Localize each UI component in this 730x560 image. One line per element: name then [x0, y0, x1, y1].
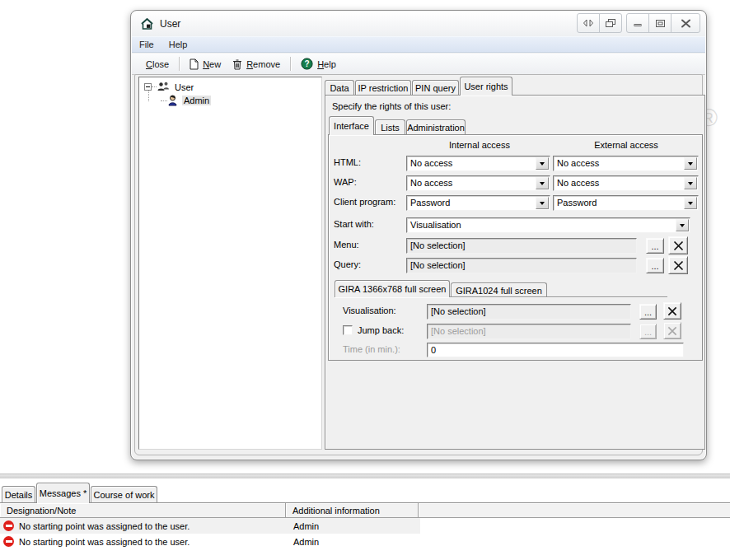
jump-back-clear-button-disabled: [663, 322, 681, 339]
toolbar-separator: [290, 57, 291, 71]
cascade-icon: [605, 18, 616, 28]
menu-selection-field: [No selection]: [406, 238, 637, 254]
tab-ip-restriction[interactable]: IP restriction: [355, 80, 411, 95]
specify-rights-label: Specify the rights of this user:: [332, 101, 451, 111]
message-text: No starting point was assigned to the us…: [19, 537, 420, 547]
query-selection-field: [No selection]: [406, 258, 637, 273]
close-window-button[interactable]: [671, 13, 700, 33]
close-button[interactable]: Close: [140, 57, 175, 72]
menu-clear-button[interactable]: [668, 236, 688, 254]
message-info: Admin: [293, 521, 319, 531]
wap-internal-combobox[interactable]: No access: [406, 175, 550, 191]
html-label: HTML:: [334, 157, 361, 167]
tree-item-label: User: [175, 82, 194, 92]
html-external-combobox[interactable]: No access: [553, 156, 699, 171]
help-button[interactable]: ? Help: [295, 55, 342, 72]
client-internal-combobox[interactable]: Password: [406, 195, 550, 211]
message-row[interactable]: No starting point was assigned to the us…: [0, 534, 420, 549]
remove-button[interactable]: Remove: [227, 56, 286, 72]
maximize-button[interactable]: [648, 13, 672, 33]
client-external-combobox[interactable]: Password: [553, 195, 699, 211]
tab-messages[interactable]: Messages *: [36, 483, 90, 503]
menu-help[interactable]: Help: [161, 38, 195, 51]
jump-back-label[interactable]: Jump back:: [358, 325, 404, 335]
dock-button[interactable]: [577, 13, 600, 33]
x-icon: [667, 326, 677, 336]
tab-data[interactable]: Data: [325, 80, 354, 95]
query-browse-button[interactable]: ...: [646, 258, 664, 273]
tab-pin-query[interactable]: PIN query: [412, 80, 459, 95]
new-button[interactable]: New: [184, 56, 227, 72]
home-icon: [140, 17, 154, 30]
user-dialog: User File Help: [130, 10, 707, 460]
chevron-down-icon[interactable]: [676, 219, 689, 231]
cascade-button[interactable]: [599, 13, 622, 33]
panel-splitter[interactable]: [0, 474, 730, 478]
time-input[interactable]: 0: [427, 343, 684, 357]
collapse-icon[interactable]: [144, 83, 152, 91]
tree-item-user[interactable]: User: [144, 82, 194, 92]
client-program-label: Client program:: [334, 197, 395, 207]
chevron-down-icon[interactable]: [684, 177, 697, 189]
minimize-button[interactable]: [626, 13, 649, 33]
trash-icon: [232, 58, 242, 70]
chevron-down-icon[interactable]: [684, 197, 697, 209]
toolbar: Close New Remove ? Help: [132, 54, 705, 75]
subtab-administration[interactable]: Administration: [406, 119, 466, 135]
html-internal-combobox[interactable]: No access: [406, 156, 550, 171]
no-entry-icon: [3, 536, 14, 547]
column-header-designation[interactable]: Designation/Note: [0, 503, 286, 518]
subtab-lists[interactable]: Lists: [375, 119, 405, 135]
window-controls: [578, 13, 700, 33]
no-entry-icon: [3, 520, 14, 531]
query-clear-button[interactable]: [668, 256, 688, 274]
new-document-icon: [190, 58, 199, 70]
app-background: ® User: [0, 0, 730, 560]
svg-text:?: ?: [305, 59, 310, 68]
start-with-combobox[interactable]: Visualisation: [406, 217, 690, 233]
external-access-header: External access: [553, 140, 700, 150]
visualisation-label: Visualisation:: [343, 306, 396, 315]
maximize-icon: [655, 19, 666, 28]
tab-course-of-work[interactable]: Course of work: [91, 486, 157, 502]
subtab-interface[interactable]: Interface: [329, 116, 374, 135]
tab-user-rights[interactable]: User rights: [460, 77, 512, 96]
column-header-additional-info[interactable]: Additional information: [286, 503, 419, 518]
minimize-icon: [633, 19, 643, 27]
tree-item-label: Admin: [182, 96, 211, 105]
internal-access-header: Internal access: [407, 140, 552, 150]
admin-user-icon: [167, 95, 178, 106]
tab-details[interactable]: Details: [2, 486, 35, 502]
jump-back-selection-field: [No selection]: [427, 324, 631, 339]
chevron-down-icon[interactable]: [536, 197, 549, 209]
dialog-titlebar[interactable]: User: [132, 12, 705, 36]
start-with-label: Start with:: [334, 219, 374, 229]
user-tree: User Admin: [138, 77, 322, 450]
message-row[interactable]: No starting point was assigned to the us…: [0, 518, 420, 534]
jump-back-browse-button-disabled: ...: [639, 324, 657, 339]
message-info: Admin: [293, 537, 319, 547]
query-label: Query:: [334, 259, 361, 269]
visualisation-selection-field: [No selection]: [427, 304, 631, 320]
user-group-icon: [157, 82, 171, 92]
jump-back-checkbox[interactable]: [343, 325, 353, 335]
chevron-down-icon[interactable]: [536, 157, 549, 170]
column-header-filler: [419, 503, 730, 518]
dialog-title: User: [160, 18, 180, 30]
menu-browse-button[interactable]: ...: [646, 238, 664, 254]
time-label: Time (in min.):: [343, 344, 400, 354]
menubar: File Help: [132, 36, 705, 53]
x-icon: [673, 240, 684, 251]
visualisation-browse-button[interactable]: ...: [639, 304, 657, 320]
tab-gira-1366[interactable]: GIRA 1366x768 full screen: [335, 280, 450, 297]
wap-label: WAP:: [334, 177, 357, 187]
wap-external-combobox[interactable]: No access: [553, 175, 699, 191]
chevron-down-icon[interactable]: [684, 157, 697, 170]
tab-gira-1024[interactable]: GIRA1024 full screen: [451, 282, 547, 297]
toolbar-separator: [179, 57, 180, 71]
visualisation-clear-button[interactable]: [663, 302, 681, 320]
menu-label: Menu:: [334, 240, 359, 250]
chevron-down-icon[interactable]: [536, 177, 549, 189]
tree-item-admin[interactable]: Admin: [161, 95, 211, 106]
menu-file[interactable]: File: [132, 38, 161, 51]
